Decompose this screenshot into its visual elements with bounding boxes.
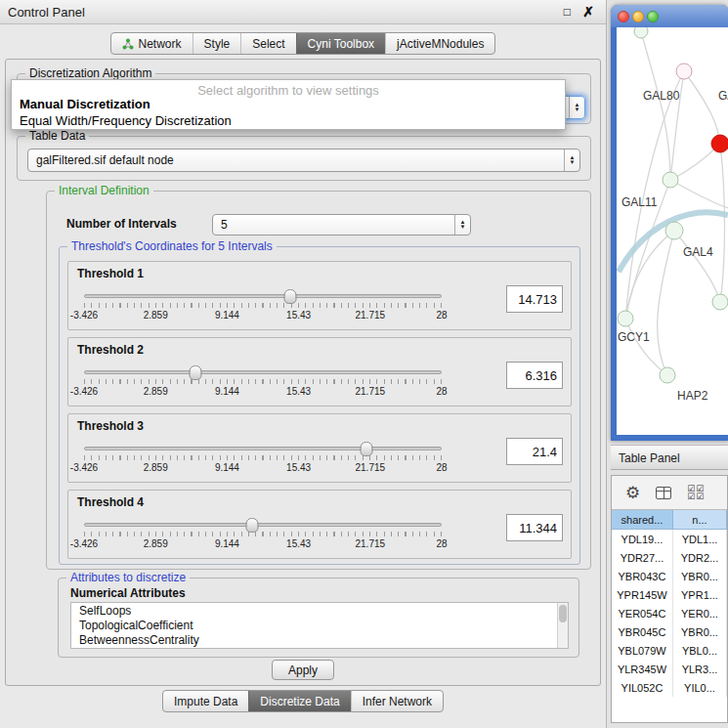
columns-icon[interactable] [656,487,671,499]
slider-ticks [84,379,442,384]
node-label[interactable]: HAP2 [677,389,708,403]
close-icon[interactable]: ✗ [582,4,594,20]
table-row[interactable]: YBL079W YBL0... [612,641,727,660]
combo-stepper-icon[interactable]: ▲▼ [569,97,584,118]
tab-impute-data[interactable]: Impute Data [163,691,248,711]
threshold-3-slider[interactable]: -3.426 2.859 9.144 15.43 21.715 28 [76,438,450,479]
threshold-3-label: Threshold 3 [77,419,144,433]
algorithm-dropdown-popup: Select algorithm to view settings Manual… [11,79,566,130]
table-row[interactable]: YER054C YER0... [612,604,727,622]
slider-track[interactable] [84,370,442,374]
slider-ticks [84,303,442,308]
node-table: shared... n... YDL19... YDL1... YDR27...… [612,509,727,722]
minimize-button[interactable] [632,11,644,22]
list-item[interactable]: TopologicalCoefficient [71,618,568,632]
threshold-3-value-field[interactable] [506,438,563,465]
tab-label: Infer Network [363,695,432,708]
tab-select[interactable]: Select [240,33,295,54]
network-graph[interactable]: GAL80 GA GAL11 GAL4 GCY1 HAP2 [617,27,728,435]
node-label[interactable]: GA [718,89,728,103]
tab-style[interactable]: Style [193,33,241,54]
tab-label: Select [252,37,284,51]
table-row[interactable]: YIL052C YIL0... [612,678,727,697]
network-canvas[interactable]: GAL80 GA GAL11 GAL4 GCY1 HAP2 [617,27,728,435]
table-row[interactable]: YLR345W YLR3... [612,660,727,678]
node-label[interactable]: GAL11 [621,195,658,209]
attributes-list: SelfLoops TopologicalCoefficient Between… [70,602,569,649]
network-window-titlebar[interactable] [611,5,728,27]
zoom-button[interactable] [647,11,659,22]
slider-thumb[interactable] [189,365,201,380]
apply-button[interactable]: Apply [272,660,334,680]
network-node[interactable] [712,294,728,310]
network-node[interactable] [618,311,633,326]
slider-thumb[interactable] [284,289,297,304]
node-label[interactable]: GAL4 [683,245,713,259]
interval-definition-group: Interval Definition Number of Intervals … [46,191,591,570]
table-row[interactable]: YDL19... YDL1... [612,530,727,548]
column-header-shared-name[interactable]: shared... [612,510,673,530]
table-row[interactable]: YPR145W YPR1... [612,585,727,604]
popup-option-equal-width[interactable]: Equal Width/Frequency Discretization [20,113,232,128]
threshold-4-block: Threshold 4 -3.426 2.859 9.144 15.43 [67,490,572,559]
bottom-tabs-segmented: Impute Data Discretize Data Infer Networ… [162,690,444,712]
column-header-name[interactable]: n... [673,510,727,530]
combo-stepper-icon[interactable]: ▲▼ [454,215,470,235]
tab-cyni-toolbox[interactable]: Cyni Toolbox [296,33,385,54]
number-of-intervals-combobox[interactable]: 5 ▲▼ [212,214,471,236]
slider-thumb[interactable] [360,442,372,456]
network-node[interactable] [634,27,648,38]
combo-stepper-icon[interactable]: ▲▼ [564,150,579,171]
threshold-4-label: Threshold 4 [77,495,144,509]
network-node-selected[interactable] [711,135,728,152]
top-tabs-segmented: Network Style Select Cyni Toolbox jActiv… [110,32,496,55]
table-data-value: galFiltered.sif default node [28,153,564,167]
list-item[interactable]: BetweennessCentrality [71,632,568,647]
table-panel-window: ⚙ ☑☑☑☑ shared... n... YDL19... YDL1... Y… [611,475,728,723]
list-item[interactable]: SelfLoops [71,603,568,618]
network-node[interactable] [660,367,675,383]
threshold-4-value-field[interactable] [506,514,563,541]
table-header-row: shared... n... [612,510,727,530]
tab-jactivemodules[interactable]: jActiveMNodules [385,33,494,54]
group-label: Table Data [25,129,89,143]
threshold-1-slider[interactable]: -3.426 2.859 9.144 15.43 21.715 28 [76,285,450,326]
group-label: Interval Definition [55,184,153,197]
network-node[interactable] [676,64,692,79]
threshold-2-value-field[interactable] [506,362,563,389]
threshold-2-slider[interactable]: -3.426 2.859 9.144 15.43 21.715 28 [76,362,450,403]
node-label[interactable]: GCY1 [618,330,650,344]
table-row[interactable]: YDR27... YDR2... [612,548,727,567]
tab-label: Network [139,37,182,51]
node-label[interactable]: GAL80 [643,89,680,103]
table-toolbar: ⚙ ☑☑☑☑ [612,476,727,509]
tab-label: Impute Data [174,695,237,708]
table-data-combobox[interactable]: galFiltered.sif default node ▲▼ [27,149,580,172]
close-button[interactable] [618,11,629,22]
thresholds-group: Threshold's Coordinates for 5 Intervals … [59,246,580,565]
select-columns-icon[interactable]: ☑☑☑☑ [687,485,705,500]
slider-thumb[interactable] [246,518,259,533]
table-panel-title: Table Panel [619,451,680,465]
tab-infer-network[interactable]: Infer Network [351,691,443,711]
network-node[interactable] [665,222,683,239]
table-row[interactable]: YBR043C YBR0... [612,567,727,585]
scrollbar-thumb[interactable] [559,605,567,622]
slider-tick-labels: -3.426 2.859 9.144 15.43 21.715 28 [84,462,442,474]
network-node[interactable] [663,172,678,188]
slider-tick-labels: -3.426 2.859 9.144 15.43 21.715 28 [84,538,442,550]
gear-icon[interactable]: ⚙ [625,485,640,501]
tab-discretize-data[interactable]: Discretize Data [248,691,350,711]
attributes-scrollbar[interactable] [557,603,568,648]
slider-tick-labels: -3.426 2.859 9.144 15.43 21.715 28 [84,310,442,321]
popup-option-manual[interactable]: Manual Discretization [20,97,150,111]
slider-track[interactable] [84,294,442,298]
float-window-icon[interactable]: □ [564,5,571,19]
threshold-1-value-field[interactable] [506,285,563,313]
slider-track[interactable] [84,447,442,450]
tab-network[interactable]: Network [111,33,193,54]
table-row[interactable]: YBR045C YBR0... [612,622,727,641]
attributes-group: Attributes to discretize Numerical Attri… [58,578,579,658]
slider-track[interactable] [84,523,442,527]
threshold-4-slider[interactable]: -3.426 2.859 9.144 15.43 21.715 28 [76,514,450,555]
